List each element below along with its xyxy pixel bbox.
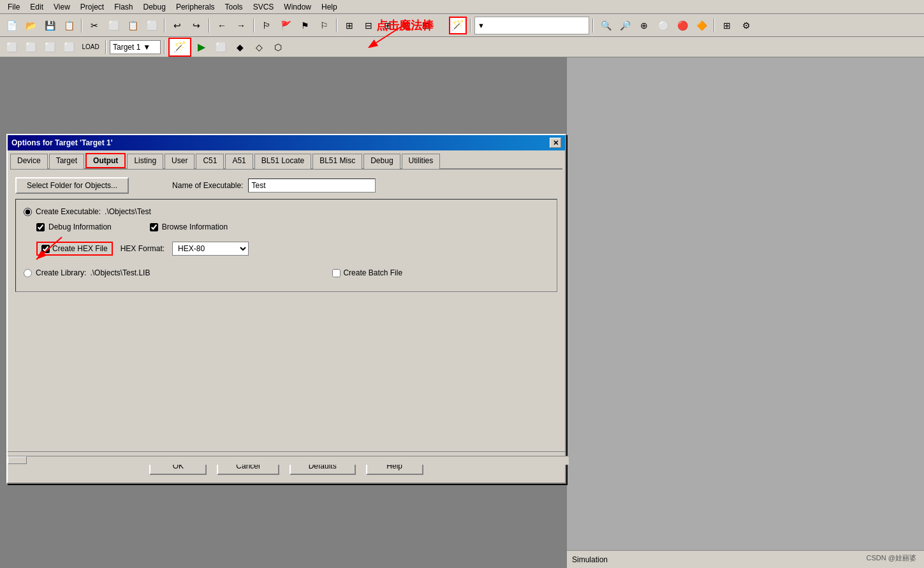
bookmark1[interactable]: 🏳 (258, 17, 275, 34)
magic-wand-btn[interactable]: 🪄 (449, 17, 467, 34)
sep-t2b (164, 40, 165, 54)
zoom-btn[interactable]: ⊕ (635, 17, 653, 34)
tool8[interactable]: ⊡ (398, 17, 416, 34)
hex-format-label: HEX Format: (121, 244, 165, 253)
t2-btn4[interactable]: ⬜ (60, 38, 78, 56)
t2-btn5[interactable]: ⬜ (212, 38, 230, 56)
t2-btn7[interactable]: ◇ (250, 38, 268, 56)
tab-bl51-locate[interactable]: BL51 Locate (254, 154, 311, 169)
tab-listing[interactable]: Listing (127, 154, 163, 169)
tab-user[interactable]: User (165, 154, 194, 169)
t2-load[interactable]: LOAD (79, 38, 102, 56)
settings-btn[interactable]: ⚙ (737, 17, 755, 34)
t2-btn2[interactable]: ⬜ (22, 38, 40, 56)
redo-btn[interactable]: ↪ (187, 17, 205, 34)
target-dropdown[interactable]: Target 1 ▼ (110, 40, 161, 54)
tool10[interactable]: 🔎 (616, 17, 634, 34)
build-select[interactable]: ▼ (474, 17, 589, 34)
h-scrollbar[interactable] (8, 456, 569, 465)
t2-btn8[interactable]: ⬡ (269, 38, 287, 56)
dialog-body: Select Folder for Objects... Name of Exe… (8, 170, 565, 305)
exec-label: Name of Executable: (172, 181, 243, 190)
dialog-window: Options for Target 'Target 1' ✕ Device T… (6, 134, 566, 484)
sep6 (470, 18, 471, 33)
tool6[interactable]: ⊟ (360, 17, 378, 34)
sep4 (253, 18, 254, 33)
save-all-btn[interactable]: 📋 (60, 17, 78, 34)
target-label: Target 1 (113, 43, 140, 52)
menu-project[interactable]: Project (75, 1, 109, 13)
create-executable-radio[interactable] (24, 208, 32, 216)
create-batch-container: Create Batch File (332, 268, 402, 277)
tool13[interactable]: 🔶 (693, 17, 710, 34)
tab-a51[interactable]: A51 (225, 154, 253, 169)
forward-btn[interactable]: → (232, 17, 250, 34)
create-library-radio[interactable] (24, 269, 32, 277)
bookmark2[interactable]: 🚩 (277, 17, 295, 34)
menu-flash[interactable]: Flash (109, 1, 138, 13)
debug-info-label: Debug Information (48, 222, 112, 231)
menu-svcs[interactable]: SVCS (248, 1, 279, 13)
debug-info-row: Debug Information (36, 222, 112, 231)
copy-btn[interactable]: ⬜ (105, 17, 122, 34)
tab-device[interactable]: Device (10, 154, 48, 169)
debug-info-checkbox[interactable] (36, 223, 45, 231)
create-executable-row: Create Executable: .\Objects\Test (24, 207, 549, 216)
tab-bl51-misc[interactable]: BL51 Misc (312, 154, 362, 169)
create-hex-label: Create HEX File (52, 244, 108, 253)
tab-c51[interactable]: C51 (196, 154, 224, 169)
t2-btn6[interactable]: ◆ (231, 38, 249, 56)
open-btn[interactable]: 📂 (22, 17, 40, 34)
tool11[interactable]: ⚪ (654, 17, 672, 34)
menu-view[interactable]: View (48, 1, 75, 13)
select-folder-btn[interactable]: Select Folder for Objects... (15, 177, 129, 194)
menu-help[interactable]: Help (316, 1, 342, 13)
sep8 (714, 18, 715, 33)
save-btn[interactable]: 💾 (41, 17, 59, 34)
hex-format-select[interactable]: HEX-80 HEX-386 (172, 242, 249, 256)
new-file-btn[interactable]: 📄 (3, 17, 20, 34)
create-hex-highlight-box: Create HEX File (36, 242, 113, 256)
tab-utilities[interactable]: Utilities (402, 154, 441, 169)
options-content-box: Create Executable: .\Objects\Test Debug … (15, 199, 557, 292)
paste-btn[interactable]: 📋 (124, 17, 142, 34)
t2-btn1[interactable]: ⬜ (3, 38, 20, 56)
tab-output[interactable]: Output (85, 153, 126, 168)
cut-btn[interactable]: ✂ (85, 17, 103, 34)
magic-wand-btn2[interactable]: 🪄 (168, 38, 191, 57)
tool4[interactable]: ⬜ (143, 17, 161, 34)
menu-tools[interactable]: Tools (220, 1, 248, 13)
t2-play[interactable]: ▶ (193, 38, 210, 56)
dialog-title: Options for Target 'Target 1' (11, 138, 113, 147)
tool5[interactable]: ⊞ (341, 17, 358, 34)
create-batch-checkbox[interactable] (332, 269, 341, 277)
library-path-value: .\Objects\Test.LIB (90, 268, 150, 277)
tool12[interactable]: 🔴 (673, 17, 691, 34)
tool7[interactable]: ⊞ (379, 17, 397, 34)
menu-file[interactable]: File (3, 1, 25, 13)
bookmark3[interactable]: ⚑ (296, 17, 314, 34)
simulation-label: Simulation (572, 555, 608, 564)
search-btn[interactable]: 🔍 (597, 17, 615, 34)
menu-window[interactable]: Window (279, 1, 316, 13)
h-scrollbar-thumb[interactable] (8, 456, 27, 464)
tab-debug[interactable]: Debug (363, 154, 400, 169)
bookmark4[interactable]: ⚐ (315, 17, 333, 34)
tool9[interactable]: ⊞ (417, 17, 435, 34)
main-area: Simulation Options for Target 'Target 1'… (0, 57, 924, 568)
view-grid[interactable]: ⊞ (718, 17, 736, 34)
back-btn[interactable]: ← (213, 17, 231, 34)
t2-btn3[interactable]: ⬜ (41, 38, 59, 56)
browse-info-checkbox[interactable] (150, 223, 158, 231)
dialog-close-btn[interactable]: ✕ (550, 138, 561, 148)
executable-input[interactable] (248, 178, 376, 193)
undo-btn[interactable]: ↩ (168, 17, 186, 34)
tab-target[interactable]: Target (49, 154, 84, 169)
sep7 (592, 18, 594, 33)
tabs-container: Device Target Output Listing User C51 A5… (8, 150, 565, 168)
menu-debug[interactable]: Debug (138, 1, 171, 13)
menu-peripherals[interactable]: Peripherals (171, 1, 220, 13)
menu-edit[interactable]: Edit (25, 1, 48, 13)
create-library-label: Create Library: (36, 268, 86, 277)
create-hex-checkbox[interactable] (41, 245, 50, 253)
